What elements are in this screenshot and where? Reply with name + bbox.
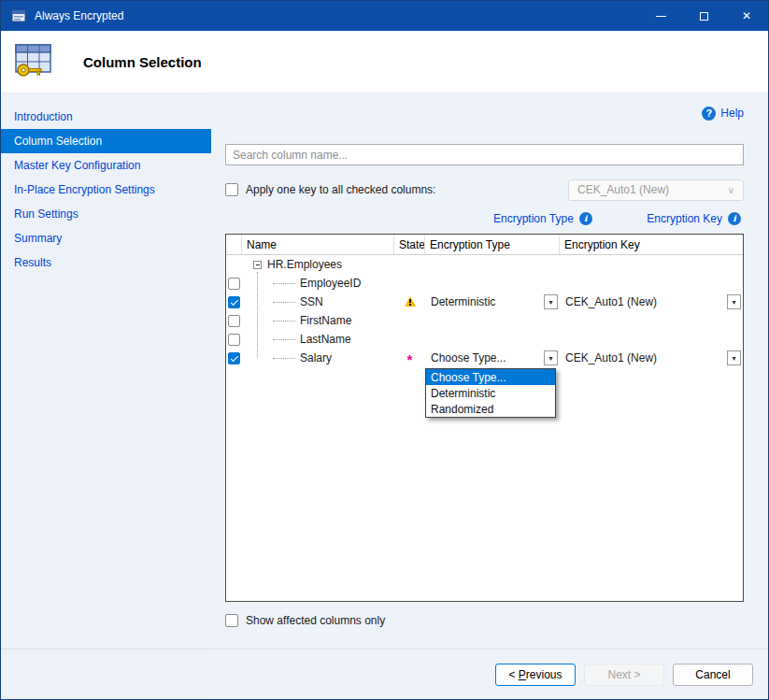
cancel-button[interactable]: Cancel (673, 664, 753, 686)
wizard-footer: < Previous Next > Cancel (1, 649, 768, 699)
help-link[interactable]: Help (720, 107, 744, 120)
tree-branch-line (273, 302, 295, 303)
app-icon (11, 8, 26, 23)
encryption-type-value: Deterministic (431, 295, 544, 308)
table-row-hr-employees: HR.Employees (226, 255, 743, 274)
previous-label-suffix: revious (526, 668, 563, 681)
sidebar-item-in-place-encryption-settings[interactable]: In-Place Encryption Settings (1, 178, 211, 202)
tree-guide-line (257, 272, 258, 358)
encryption-type-value: Choose Type... (431, 351, 544, 364)
table-name-label: HR.Employees (267, 258, 342, 271)
column-name-label: EmployeeID (300, 277, 361, 290)
help-icon[interactable]: ? (702, 107, 716, 121)
table-row-ssn: SSN Deterministic ▾ CEK_Auto1 (New) ▾ (226, 293, 743, 311)
column-selection-page: ? Help Apply one key to all checked colu… (211, 93, 768, 700)
previous-label-prefix: < (508, 668, 518, 681)
window-title: Always Encrypted (35, 9, 123, 22)
warning-icon (405, 296, 416, 307)
encryption-type-dropdown-salary[interactable]: Choose Type... ▾ (425, 349, 560, 367)
header-encryption-key: Encryption Key (560, 235, 743, 254)
close-icon: ✕ (742, 9, 751, 22)
row-checkbox[interactable] (228, 352, 240, 364)
arrow-glyph: ▾ (548, 298, 552, 307)
sidebar-item-run-settings[interactable]: Run Settings (1, 202, 211, 226)
column-name-label: FirstName (300, 314, 351, 327)
dropdown-arrow-icon[interactable]: ▾ (544, 350, 558, 365)
encryption-type-link[interactable]: Encryption Type (493, 212, 574, 225)
row-checkbox[interactable] (228, 315, 240, 327)
tree-branch-line (273, 339, 295, 340)
search-column-input[interactable] (225, 144, 744, 165)
dropdown-arrow-icon[interactable]: ▾ (544, 294, 558, 309)
close-button[interactable]: ✕ (725, 1, 768, 31)
apply-one-key-checkbox[interactable] (225, 183, 238, 196)
dropdown-arrow-icon[interactable]: ▾ (727, 294, 741, 309)
wizard-body: Introduction Column Selection Master Key… (1, 93, 768, 700)
header-state: State (394, 235, 425, 254)
sidebar-item-label: Master Key Configuration (14, 159, 140, 172)
row-checkbox[interactable] (228, 278, 240, 290)
sidebar-item-column-selection[interactable]: Column Selection (1, 129, 211, 153)
minimize-button[interactable] (639, 1, 682, 31)
dropdown-arrow-icon[interactable]: ▾ (727, 350, 741, 365)
sidebar-item-label: In-Place Encryption Settings (14, 183, 155, 196)
page-title: Column Selection (83, 54, 202, 70)
row-checkbox[interactable] (228, 334, 240, 346)
header-name: Name (242, 235, 394, 254)
previous-button[interactable]: < Previous (495, 664, 576, 686)
dropdown-option-randomized[interactable]: Randomized (426, 401, 555, 417)
encryption-key-value: CEK_Auto1 (New) (565, 295, 727, 308)
cancel-label: Cancel (695, 668, 730, 681)
grid-header-row: Name State Encryption Type Encryption Ke… (226, 235, 743, 255)
next-label: Next > (607, 668, 640, 681)
column-name-label: SSN (300, 295, 323, 308)
sidebar-item-label: Summary (14, 232, 62, 245)
chevron-down-icon: ∨ (728, 185, 734, 195)
maximize-icon (700, 12, 708, 21)
minimize-icon (656, 16, 666, 17)
show-affected-columns-checkbox[interactable] (225, 614, 238, 627)
sidebar-item-label: Introduction (14, 110, 73, 123)
row-checkbox[interactable] (228, 296, 240, 308)
column-selection-icon (12, 42, 55, 81)
sidebar-item-label: Results (14, 256, 51, 269)
tree-branch-line (273, 321, 295, 321)
sidebar-item-label: Column Selection (14, 135, 102, 148)
info-icon[interactable]: i (728, 212, 741, 225)
info-icon[interactable]: i (579, 212, 592, 225)
show-affected-columns-label: Show affected columns only (246, 614, 385, 627)
maximize-button[interactable] (682, 1, 725, 31)
next-button[interactable]: Next > (584, 664, 664, 686)
sidebar-item-results[interactable]: Results (1, 250, 211, 275)
sidebar-item-master-key-configuration[interactable]: Master Key Configuration (1, 153, 211, 178)
sidebar-item-label: Run Settings (14, 207, 78, 221)
encryption-key-dropdown-ssn[interactable]: CEK_Auto1 (New) ▾ (560, 293, 743, 311)
encryption-type-dropdown-ssn[interactable]: Deterministic ▾ (425, 293, 560, 311)
arrow-glyph: ▾ (548, 354, 552, 363)
dropdown-option-choose-type[interactable]: Choose Type... (426, 369, 555, 385)
table-row-firstname: FirstName (226, 311, 743, 330)
apply-key-dropdown[interactable]: CEK_Auto1 (New) ∨ (568, 179, 744, 201)
title-bar: Always Encrypted ✕ (1, 1, 768, 31)
encryption-key-link[interactable]: Encryption Key (647, 212, 722, 225)
dropdown-option-deterministic[interactable]: Deterministic (426, 385, 555, 401)
arrow-glyph: ▾ (732, 298, 735, 307)
encryption-type-open-dropdown: Choose Type... Deterministic Randomized (425, 368, 556, 418)
columns-grid: Name State Encryption Type Encryption Ke… (225, 234, 744, 602)
sidebar-item-introduction[interactable]: Introduction (1, 105, 211, 129)
table-row-employeeid: EmployeeID (226, 274, 743, 293)
always-encrypted-wizard-window: Always Encrypted ✕ Column Selection Intr… (0, 0, 769, 700)
tree-collapse-icon[interactable] (253, 261, 262, 269)
apply-key-value: CEK_Auto1 (New) (577, 183, 669, 196)
wizard-header: Column Selection (1, 31, 768, 93)
window-controls: ✕ (639, 1, 768, 31)
encryption-key-dropdown-salary[interactable]: CEK_Auto1 (New) ▾ (560, 349, 743, 367)
required-icon: * (407, 355, 413, 364)
table-row-salary: Salary * Choose Type... ▾ CEK_Auto1 (New… (226, 349, 743, 367)
tree-branch-line (273, 283, 295, 284)
header-encryption-type: Encryption Type (425, 235, 560, 254)
apply-one-key-label: Apply one key to all checked columns: (246, 183, 435, 196)
sidebar-item-summary[interactable]: Summary (1, 226, 211, 250)
column-name-label: LastName (300, 333, 351, 346)
wizard-steps-sidebar: Introduction Column Selection Master Key… (1, 93, 211, 700)
